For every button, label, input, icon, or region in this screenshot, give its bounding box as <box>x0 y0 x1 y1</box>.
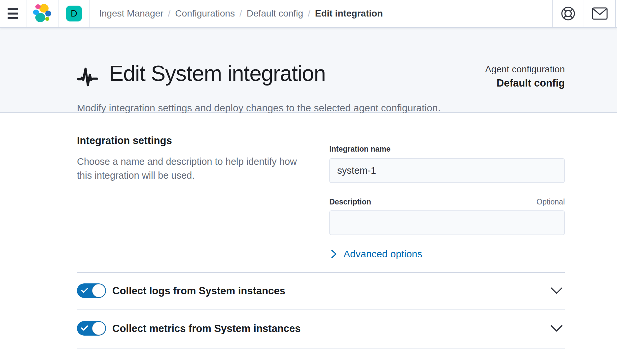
top-navigation-bar: D Ingest Manager / Configurations / Defa… <box>0 0 617 28</box>
collect-logs-expand-button[interactable] <box>550 287 563 295</box>
optional-hint: Optional <box>515 198 565 206</box>
chevron-right-icon <box>331 249 337 259</box>
breadcrumb-configurations[interactable]: Configurations <box>175 8 235 19</box>
toggle-knob <box>92 322 105 335</box>
section-divider <box>77 272 565 273</box>
help-button[interactable] <box>553 0 584 27</box>
section-divider <box>77 309 565 309</box>
description-input[interactable] <box>329 210 565 235</box>
chevron-down-icon <box>550 324 563 332</box>
breadcrumb-default-config[interactable]: Default config <box>247 8 303 19</box>
space-selector-button[interactable]: D <box>58 0 90 27</box>
topbar-divider <box>615 0 616 27</box>
menu-icon <box>8 8 18 19</box>
section-divider <box>77 348 565 348</box>
help-life-ring-icon <box>561 6 576 21</box>
page-header: Edit System integration Agent configurat… <box>0 28 617 113</box>
space-avatar-initial: D <box>71 9 77 19</box>
checkmark-icon <box>81 287 88 293</box>
breadcrumb-edit-integration: Edit integration <box>315 8 383 19</box>
collect-logs-toggle[interactable] <box>77 283 106 298</box>
collect-metrics-toggle[interactable] <box>77 321 106 336</box>
integration-settings-heading: Integration settings <box>77 135 172 147</box>
advanced-options-label: Advanced options <box>344 248 422 260</box>
agent-configuration-value: Default config <box>496 77 565 89</box>
menu-button[interactable] <box>0 0 26 27</box>
collect-logs-label[interactable]: Collect logs from System instances <box>112 285 285 297</box>
breadcrumb: Ingest Manager / Configurations / Defaul… <box>99 0 383 27</box>
integration-settings-description: Choose a name and description to help id… <box>77 155 308 182</box>
pulse-heartbeat-icon <box>77 66 98 87</box>
elastic-home-button[interactable] <box>26 0 58 27</box>
integration-name-label: Integration name <box>329 145 390 154</box>
checkmark-icon <box>81 325 88 331</box>
breadcrumb-ingest-manager[interactable]: Ingest Manager <box>99 8 163 19</box>
page-title: Edit System integration <box>109 61 326 86</box>
edit-integration-page: D Ingest Manager / Configurations / Defa… <box>0 0 617 364</box>
space-avatar: D <box>66 6 82 21</box>
breadcrumb-separator: / <box>168 8 171 19</box>
collect-metrics-expand-button[interactable] <box>550 324 563 333</box>
newsfeed-envelope-icon <box>592 7 608 20</box>
collect-metrics-label[interactable]: Collect metrics from System instances <box>112 323 301 335</box>
breadcrumb-separator: / <box>239 8 242 19</box>
topbar-divider <box>90 0 90 27</box>
chevron-down-icon <box>550 287 563 295</box>
toggle-knob <box>92 284 105 297</box>
page-subtitle: Modify integration settings and deploy c… <box>77 102 441 114</box>
breadcrumb-separator: / <box>308 8 310 19</box>
newsfeed-button[interactable] <box>584 0 615 27</box>
advanced-options-toggle[interactable]: Advanced options <box>331 248 422 260</box>
description-label: Description <box>329 198 371 206</box>
agent-configuration-label: Agent configuration <box>485 64 565 75</box>
integration-name-input[interactable] <box>329 158 565 183</box>
elastic-logo <box>32 4 52 23</box>
